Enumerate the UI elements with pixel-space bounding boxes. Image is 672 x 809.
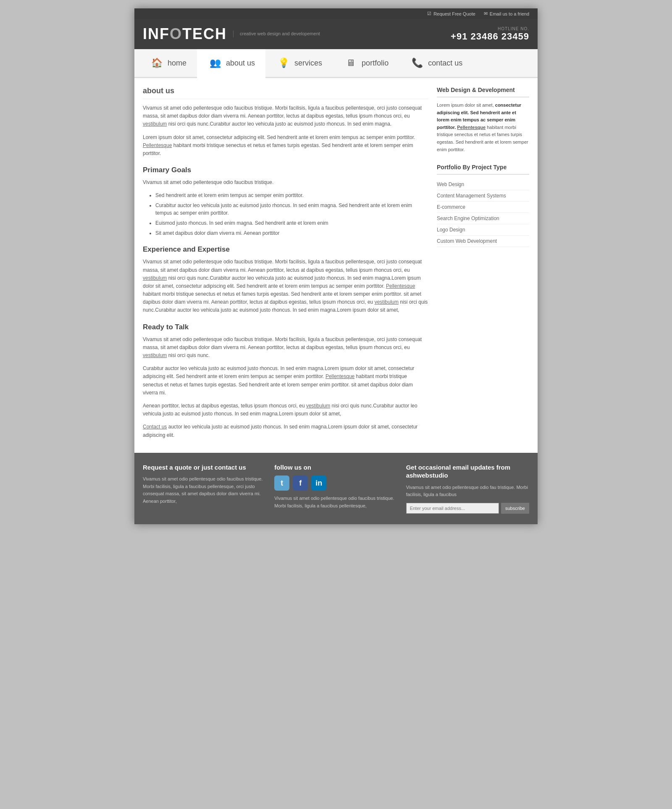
site-logo: INFOTECH	[143, 25, 227, 43]
vestibulum-link-4[interactable]: vestibulum	[143, 352, 167, 358]
nav-item-home[interactable]: 🏠 home	[139, 49, 197, 77]
nav-services-label: services	[294, 59, 322, 68]
list-item: Euismod justo rhoncus. In sed enim magna…	[155, 219, 428, 227]
pellentesque-sidebar-link[interactable]: Pellentesque	[457, 125, 486, 130]
site-wrapper: ☑ Request Free Quote ✉ Email us to a fri…	[134, 8, 538, 524]
email-friend-label: Email us to a friend	[490, 11, 529, 16]
primary-goals-intro: Vivamus sit amet odio pellentesque odio …	[143, 179, 428, 186]
email-form: subscribe	[406, 503, 529, 514]
linkedin-icon[interactable]: in	[311, 475, 326, 491]
pellentesque-link-2[interactable]: Pellentesque	[386, 283, 415, 289]
subscribe-button[interactable]: subscribe	[501, 503, 529, 514]
ready-para-2: Curabitur auctor leo vehicula justo ac e…	[143, 365, 428, 397]
home-icon: 🏠	[149, 55, 164, 71]
footer-text-1: Vivamus sit amet odio pellentesque odio …	[143, 475, 266, 505]
twitter-label: t	[281, 479, 283, 488]
vestibulum-link-2[interactable]: vestibulum	[143, 275, 167, 281]
hotline-label: HOTLINE NO.	[451, 26, 529, 31]
footer-text-2: Vivamus sit amet odio pellentesque odio …	[274, 495, 397, 510]
nav-contact-label: contact us	[428, 59, 462, 68]
quote-icon: ☑	[427, 11, 431, 16]
footer-col-1: Request a quote or just contact us Vivam…	[143, 463, 266, 514]
portfolio-icon: 🖥	[343, 55, 358, 71]
nav-list: 🏠 home 👥 about us 💡 services 🖥 portfolio…	[139, 49, 533, 77]
main-nav: 🏠 home 👥 about us 💡 services 🖥 portfolio…	[134, 49, 538, 78]
contact-icon: 📞	[410, 55, 425, 71]
ready-heading: Ready to Talk	[143, 323, 428, 331]
intro-para-1: Vivamus sit amet odio pellentesque odio …	[143, 104, 428, 129]
ready-para-4: Contact us auctor leo vehicula justo ac …	[143, 423, 428, 439]
content-area: about us Vivamus sit amet odio pellentes…	[134, 78, 538, 453]
nav-portfolio-label: portfolio	[362, 59, 388, 68]
email-input[interactable]	[406, 503, 499, 514]
site-footer: Request a quote or just contact us Vivam…	[134, 453, 538, 524]
logo-tagline: creative web design and developement	[233, 31, 320, 37]
portfolio-item-custom-web[interactable]: Custom Web Development	[437, 236, 529, 247]
main-content: about us Vivamus sit amet odio pellentes…	[143, 87, 428, 444]
nav-about-label: about us	[226, 59, 255, 68]
facebook-label: f	[299, 479, 302, 488]
footer-col-3: Get occasional email updates from ashweb…	[406, 463, 529, 514]
logo-area: INFOTECH creative web design and develop…	[143, 25, 320, 43]
footer-title-1: Request a quote or just contact us	[143, 463, 266, 472]
portfolio-item-ecommerce[interactable]: E-commerce	[437, 202, 529, 213]
intro-para-2: Lorem ipsum dolor sit amet, consectetur …	[143, 134, 428, 158]
web-design-title: Web Design & Development	[437, 87, 529, 97]
list-item: Curabitur auctor leo vehicula justo ac e…	[155, 202, 428, 217]
vestibulum-link-5[interactable]: vestibulum	[306, 403, 330, 409]
email-icon: ✉	[484, 11, 488, 16]
request-quote-link[interactable]: ☑ Request Free Quote	[427, 11, 475, 16]
footer-title-3: Get occasional email updates from ashweb…	[406, 463, 529, 480]
hotline-number: +91 23486 23459	[451, 31, 529, 42]
vestibulum-link-3[interactable]: vestibulum	[375, 299, 399, 305]
portfolio-item-logo[interactable]: Logo Design	[437, 224, 529, 236]
footer-title-2: follow us on	[274, 463, 397, 472]
footer-text-3: Vivamus sit amet odio pellentesque odio …	[406, 484, 529, 499]
site-header: INFOTECH creative web design and develop…	[134, 19, 538, 49]
contact-us-link[interactable]: Contact us	[143, 424, 167, 430]
nav-item-contact[interactable]: 📞 contact us	[399, 49, 473, 77]
hotline-area: HOTLINE NO. +91 23486 23459	[451, 26, 529, 42]
nav-item-portfolio[interactable]: 🖥 portfolio	[333, 49, 399, 77]
twitter-icon[interactable]: t	[274, 475, 289, 491]
nav-home-label: home	[168, 59, 186, 68]
about-icon: 👥	[207, 55, 223, 71]
ready-para-3: Aenean porttitor, lectus at dapibus eges…	[143, 402, 428, 418]
portfolio-section: Portfolio By Project Type Web Design Con…	[437, 164, 529, 247]
ready-para-1: Vivamus sit amet odio pellentesque odio …	[143, 336, 428, 360]
web-design-text: Lorem ipsum dolor sit amet, consectetur …	[437, 102, 529, 153]
list-item: Sed hendrerit ante et lorem enim tempus …	[155, 192, 428, 199]
facebook-icon[interactable]: f	[293, 475, 308, 491]
request-quote-label: Request Free Quote	[433, 11, 475, 16]
top-bar: ☑ Request Free Quote ✉ Email us to a fri…	[134, 8, 538, 19]
sidebar: Web Design & Development Lorem ipsum dol…	[437, 87, 529, 444]
vestibulum-link-1[interactable]: vestibulum	[143, 121, 167, 127]
page-outer: ☑ Request Free Quote ✉ Email us to a fri…	[0, 0, 672, 809]
footer-col-2: follow us on t f in Vivamus sit amet odi…	[274, 463, 397, 514]
primary-goals-list: Sed hendrerit ante et lorem enim tempus …	[143, 192, 428, 237]
pellentesque-link-3[interactable]: Pellentesque	[326, 373, 354, 379]
list-item: Sit amet dapibus dolor diam viverra mi. …	[155, 229, 428, 237]
portfolio-item-web-design[interactable]: Web Design	[437, 179, 529, 190]
portfolio-list: Web Design Content Management Systems E-…	[437, 179, 529, 247]
services-icon: 💡	[276, 55, 291, 71]
pellentesque-link-1[interactable]: Pellentesque	[143, 142, 172, 148]
nav-item-services[interactable]: 💡 services	[265, 49, 333, 77]
portfolio-item-cms[interactable]: Content Management Systems	[437, 190, 529, 202]
experience-para: Vivamus sit amet odio pellentesque odio …	[143, 258, 428, 314]
portfolio-item-seo[interactable]: Search Engine Optimization	[437, 213, 529, 224]
email-friend-link[interactable]: ✉ Email us to a friend	[484, 11, 529, 16]
linkedin-label: in	[315, 479, 322, 488]
nav-item-about[interactable]: 👥 about us	[197, 49, 265, 78]
portfolio-title: Portfolio By Project Type	[437, 164, 529, 175]
experience-heading: Experience and Expertise	[143, 245, 428, 254]
social-icons: t f in	[274, 475, 397, 491]
primary-goals-heading: Primary Goals	[143, 166, 428, 174]
web-design-section: Web Design & Development Lorem ipsum dol…	[437, 87, 529, 153]
page-title: about us	[143, 87, 428, 99]
